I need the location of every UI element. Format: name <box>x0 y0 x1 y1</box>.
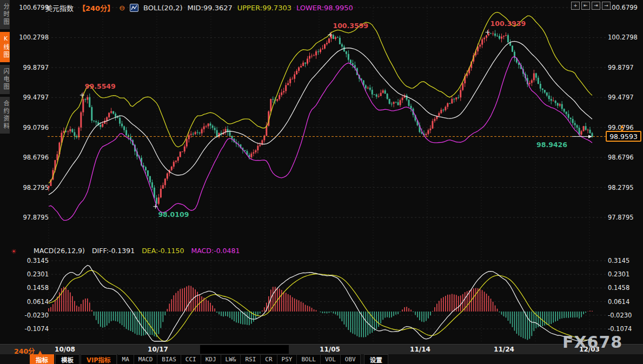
macd-header: MACD(26,12,9) DIFF:-0.1391 DEA:-0.1150 M… <box>34 247 240 255</box>
indicator-tab-MA[interactable]: MA <box>118 354 134 364</box>
indicator-tab-MACD[interactable]: MACD <box>134 354 158 364</box>
sidebar-tab-K线图[interactable]: K线图 <box>0 32 10 62</box>
macd-macd-value: MACD:-0.0481 <box>191 247 240 255</box>
date-tick-11/24: 11/24 <box>492 346 516 353</box>
macd-diff-value: DIFF:-0.1391 <box>92 247 135 255</box>
time-axis-strip: 240分▲ 10/0810/1711/0511/1411/2412/03 <box>0 344 643 354</box>
collapse-circle-icon[interactable]: ⊖ <box>119 4 125 11</box>
chart-canvas[interactable] <box>0 0 643 364</box>
indicator-tab-LW&[interactable]: LW& <box>221 354 241 364</box>
symbol-name: 美元指数 <box>45 3 74 13</box>
indicator-tab-BOLL[interactable]: BOLL <box>297 354 321 364</box>
boll-upper-value: UPPER:99.7303 <box>237 4 291 12</box>
price-up-arrows-icon: ▲▲ <box>620 125 624 132</box>
indicator-toolbar: 指标模板VIP指标MAMACDBIASCCIKDJLW&RSICRPSYBOLL… <box>0 354 643 364</box>
current-price-box: 98.9593 <box>606 131 641 142</box>
indicator-tab-VOL[interactable]: VOL <box>321 354 341 364</box>
chart-type-icon <box>130 4 138 12</box>
trading-app-window: 100.6799100.6799100.2798100.279899.87979… <box>0 0 643 364</box>
macd-dea-value: DEA:-0.1150 <box>142 247 184 255</box>
indicator-tab-CCI[interactable]: CCI <box>181 354 201 364</box>
macd-settings-icon[interactable]: ☀ <box>11 248 17 255</box>
indicator-tab-PSY[interactable]: PSY <box>277 354 297 364</box>
expand-bars-icon[interactable]: ⇥ <box>592 2 600 10</box>
indicator-tab-RSI[interactable]: RSI <box>241 354 261 364</box>
compress-bars-icon[interactable]: ⇤ <box>581 2 590 10</box>
indicator-tab-BIAS[interactable]: BIAS <box>157 354 181 364</box>
period-badge: 【240分】 <box>78 3 114 13</box>
macd-indicator-label: MACD(26,12,9) <box>34 247 85 255</box>
date-tick-11/05: 11/05 <box>318 346 342 353</box>
pan-right-icon[interactable]: → <box>602 2 611 10</box>
date-tick-12/03: 12/03 <box>578 346 601 353</box>
sidebar-tab-合约资料[interactable]: 合约资料 <box>0 97 10 134</box>
settings-button[interactable]: 设置 <box>364 354 388 364</box>
toolbar-tab-指标[interactable]: 指标 <box>30 354 54 364</box>
window-controls: +⇤⇥→ <box>571 2 611 10</box>
date-tick-11/14: 11/14 <box>408 346 432 353</box>
boll-indicator-label: BOLL(20,2) <box>143 4 183 12</box>
sidebar: 分时图K线图闪电图合约资料 <box>0 0 10 354</box>
sidebar-tab-闪电图[interactable]: 闪电图 <box>0 65 10 94</box>
indicator-tab-CR[interactable]: CR <box>261 354 277 364</box>
date-tick-10/08: 10/08 <box>53 346 77 353</box>
scrollbar-thumb[interactable] <box>200 345 289 354</box>
toolbar-tab-模板[interactable]: 模板 <box>55 354 79 364</box>
chart-header: 美元指数 【240分】 ⊖ BOLL(20,2) MID:99.3627 UPP… <box>45 3 353 13</box>
indicator-tab-OBV[interactable]: OBV <box>341 354 361 364</box>
indicator-tab-KDJ[interactable]: KDJ <box>201 354 221 364</box>
date-tick-10/17: 10/17 <box>146 346 170 353</box>
boll-lower-value: LOWER:98.9950 <box>296 4 353 12</box>
crosshair-icon[interactable]: + <box>571 2 580 10</box>
sidebar-tab-分时图[interactable]: 分时图 <box>0 0 10 29</box>
toolbar-tab-VIP指标[interactable]: VIP指标 <box>81 354 117 364</box>
boll-mid-value: MID:99.3627 <box>188 4 233 12</box>
